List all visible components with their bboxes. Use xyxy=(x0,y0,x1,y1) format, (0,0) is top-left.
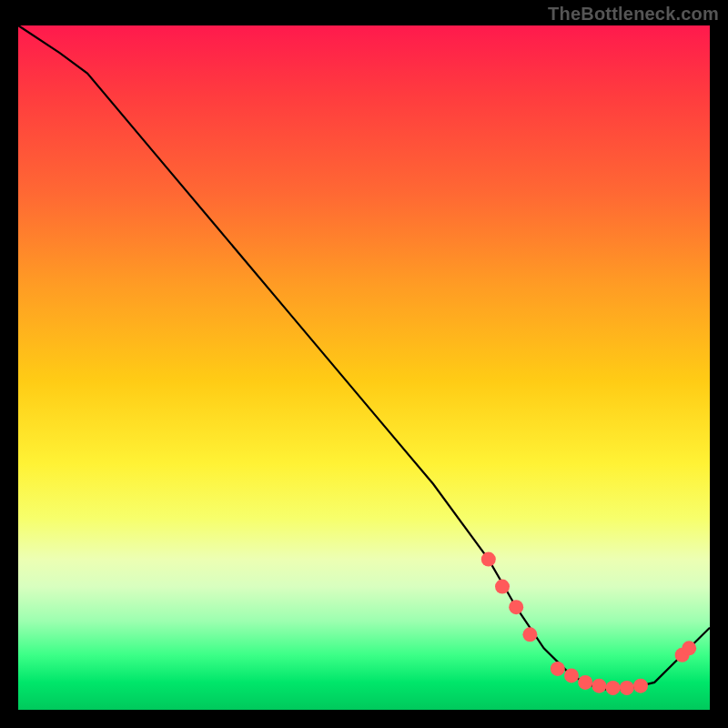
curve-marker xyxy=(620,681,634,695)
watermark-text: TheBottleneck.com xyxy=(548,4,719,25)
curve-marker xyxy=(633,679,648,693)
curve-marker xyxy=(509,600,523,614)
curve-marker xyxy=(495,580,510,594)
curve-marker xyxy=(578,675,592,690)
curve-marker xyxy=(606,681,621,695)
bottleneck-curve xyxy=(18,25,710,689)
curve-marker xyxy=(564,668,579,682)
chart-container: TheBottleneck.com xyxy=(0,0,728,728)
curve-layer xyxy=(18,25,710,710)
curve-marker xyxy=(522,627,537,642)
curve-marker xyxy=(551,662,565,676)
plot-area xyxy=(18,25,710,710)
curve-marker xyxy=(481,552,496,567)
curve-marker xyxy=(592,679,606,693)
curve-marker xyxy=(682,641,696,655)
